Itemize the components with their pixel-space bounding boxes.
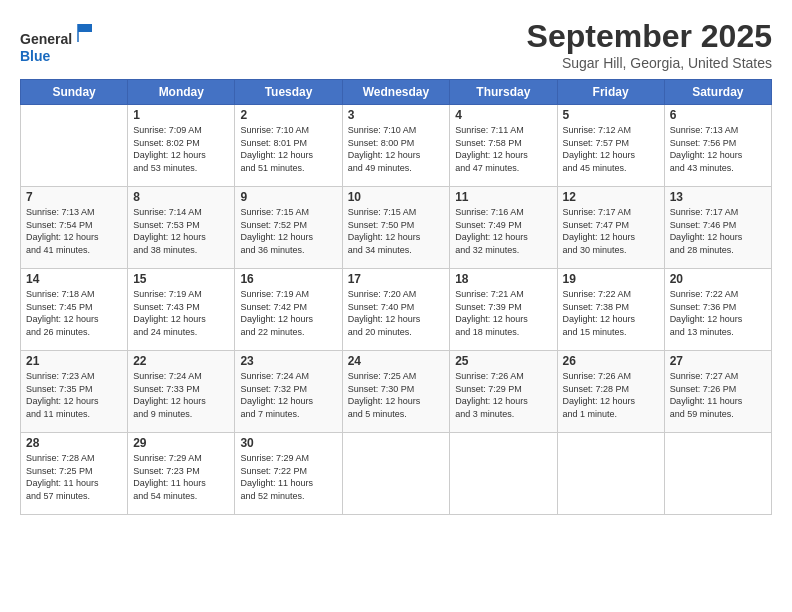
cell-content: Sunrise: 7:15 AM Sunset: 7:50 PM Dayligh… [348,206,445,256]
cell-content: Sunrise: 7:14 AM Sunset: 7:53 PM Dayligh… [133,206,229,256]
cell-content: Sunrise: 7:26 AM Sunset: 7:29 PM Dayligh… [455,370,551,420]
logo-blue: Blue [20,48,50,64]
day-number: 23 [240,354,336,368]
svg-marker-0 [78,24,92,42]
day-number: 1 [133,108,229,122]
calendar-cell: 26Sunrise: 7:26 AM Sunset: 7:28 PM Dayli… [557,351,664,433]
cell-content: Sunrise: 7:28 AM Sunset: 7:25 PM Dayligh… [26,452,122,502]
day-number: 20 [670,272,766,286]
day-number: 6 [670,108,766,122]
cell-content: Sunrise: 7:26 AM Sunset: 7:28 PM Dayligh… [563,370,659,420]
calendar-cell: 1Sunrise: 7:09 AM Sunset: 8:02 PM Daylig… [128,105,235,187]
day-number: 5 [563,108,659,122]
calendar-cell: 16Sunrise: 7:19 AM Sunset: 7:42 PM Dayli… [235,269,342,351]
day-number: 28 [26,436,122,450]
day-number: 17 [348,272,445,286]
calendar-week-5: 28Sunrise: 7:28 AM Sunset: 7:25 PM Dayli… [21,433,772,515]
day-number: 8 [133,190,229,204]
calendar-page: General Blue September 2025 Sugar Hill, … [0,0,792,612]
day-number: 26 [563,354,659,368]
day-number: 16 [240,272,336,286]
day-number: 19 [563,272,659,286]
calendar-cell: 25Sunrise: 7:26 AM Sunset: 7:29 PM Dayli… [450,351,557,433]
col-thursday: Thursday [450,80,557,105]
cell-content: Sunrise: 7:20 AM Sunset: 7:40 PM Dayligh… [348,288,445,338]
calendar-week-3: 14Sunrise: 7:18 AM Sunset: 7:45 PM Dayli… [21,269,772,351]
day-number: 29 [133,436,229,450]
calendar-cell: 29Sunrise: 7:29 AM Sunset: 7:23 PM Dayli… [128,433,235,515]
day-number: 30 [240,436,336,450]
calendar-cell: 12Sunrise: 7:17 AM Sunset: 7:47 PM Dayli… [557,187,664,269]
day-number: 27 [670,354,766,368]
day-number: 24 [348,354,445,368]
calendar-cell: 10Sunrise: 7:15 AM Sunset: 7:50 PM Dayli… [342,187,450,269]
calendar-cell: 3Sunrise: 7:10 AM Sunset: 8:00 PM Daylig… [342,105,450,187]
calendar-cell: 7Sunrise: 7:13 AM Sunset: 7:54 PM Daylig… [21,187,128,269]
day-number: 7 [26,190,122,204]
calendar-cell [21,105,128,187]
calendar-week-4: 21Sunrise: 7:23 AM Sunset: 7:35 PM Dayli… [21,351,772,433]
cell-content: Sunrise: 7:21 AM Sunset: 7:39 PM Dayligh… [455,288,551,338]
day-number: 4 [455,108,551,122]
cell-content: Sunrise: 7:25 AM Sunset: 7:30 PM Dayligh… [348,370,445,420]
cell-content: Sunrise: 7:18 AM Sunset: 7:45 PM Dayligh… [26,288,122,338]
calendar-cell: 30Sunrise: 7:29 AM Sunset: 7:22 PM Dayli… [235,433,342,515]
cell-content: Sunrise: 7:17 AM Sunset: 7:47 PM Dayligh… [563,206,659,256]
calendar-cell: 6Sunrise: 7:13 AM Sunset: 7:56 PM Daylig… [664,105,771,187]
day-number: 3 [348,108,445,122]
day-number: 12 [563,190,659,204]
cell-content: Sunrise: 7:19 AM Sunset: 7:43 PM Dayligh… [133,288,229,338]
cell-content: Sunrise: 7:22 AM Sunset: 7:38 PM Dayligh… [563,288,659,338]
day-number: 10 [348,190,445,204]
calendar-cell: 15Sunrise: 7:19 AM Sunset: 7:43 PM Dayli… [128,269,235,351]
day-number: 14 [26,272,122,286]
col-friday: Friday [557,80,664,105]
title-block: September 2025 Sugar Hill, Georgia, Unit… [527,18,772,71]
calendar-cell: 19Sunrise: 7:22 AM Sunset: 7:38 PM Dayli… [557,269,664,351]
calendar-cell [450,433,557,515]
day-number: 22 [133,354,229,368]
col-sunday: Sunday [21,80,128,105]
logo-flag-icon [74,22,96,44]
calendar-cell: 13Sunrise: 7:17 AM Sunset: 7:46 PM Dayli… [664,187,771,269]
calendar-cell: 24Sunrise: 7:25 AM Sunset: 7:30 PM Dayli… [342,351,450,433]
calendar-cell: 4Sunrise: 7:11 AM Sunset: 7:58 PM Daylig… [450,105,557,187]
cell-content: Sunrise: 7:27 AM Sunset: 7:26 PM Dayligh… [670,370,766,420]
col-saturday: Saturday [664,80,771,105]
calendar-cell: 11Sunrise: 7:16 AM Sunset: 7:49 PM Dayli… [450,187,557,269]
calendar-cell: 21Sunrise: 7:23 AM Sunset: 7:35 PM Dayli… [21,351,128,433]
day-number: 9 [240,190,336,204]
col-tuesday: Tuesday [235,80,342,105]
calendar-cell: 8Sunrise: 7:14 AM Sunset: 7:53 PM Daylig… [128,187,235,269]
day-number: 15 [133,272,229,286]
calendar-cell [342,433,450,515]
calendar-cell: 27Sunrise: 7:27 AM Sunset: 7:26 PM Dayli… [664,351,771,433]
calendar-header-row: Sunday Monday Tuesday Wednesday Thursday… [21,80,772,105]
calendar-cell: 17Sunrise: 7:20 AM Sunset: 7:40 PM Dayli… [342,269,450,351]
cell-content: Sunrise: 7:11 AM Sunset: 7:58 PM Dayligh… [455,124,551,174]
cell-content: Sunrise: 7:10 AM Sunset: 8:01 PM Dayligh… [240,124,336,174]
calendar-cell: 22Sunrise: 7:24 AM Sunset: 7:33 PM Dayli… [128,351,235,433]
logo-general: General [20,31,72,47]
col-wednesday: Wednesday [342,80,450,105]
calendar-cell [557,433,664,515]
calendar-cell: 28Sunrise: 7:28 AM Sunset: 7:25 PM Dayli… [21,433,128,515]
day-number: 13 [670,190,766,204]
cell-content: Sunrise: 7:09 AM Sunset: 8:02 PM Dayligh… [133,124,229,174]
calendar-cell: 2Sunrise: 7:10 AM Sunset: 8:01 PM Daylig… [235,105,342,187]
cell-content: Sunrise: 7:24 AM Sunset: 7:32 PM Dayligh… [240,370,336,420]
cell-content: Sunrise: 7:16 AM Sunset: 7:49 PM Dayligh… [455,206,551,256]
calendar-week-2: 7Sunrise: 7:13 AM Sunset: 7:54 PM Daylig… [21,187,772,269]
calendar-cell: 5Sunrise: 7:12 AM Sunset: 7:57 PM Daylig… [557,105,664,187]
location-subtitle: Sugar Hill, Georgia, United States [527,55,772,71]
cell-content: Sunrise: 7:19 AM Sunset: 7:42 PM Dayligh… [240,288,336,338]
cell-content: Sunrise: 7:22 AM Sunset: 7:36 PM Dayligh… [670,288,766,338]
day-number: 11 [455,190,551,204]
calendar-cell: 14Sunrise: 7:18 AM Sunset: 7:45 PM Dayli… [21,269,128,351]
calendar-cell: 23Sunrise: 7:24 AM Sunset: 7:32 PM Dayli… [235,351,342,433]
calendar-cell: 9Sunrise: 7:15 AM Sunset: 7:52 PM Daylig… [235,187,342,269]
cell-content: Sunrise: 7:29 AM Sunset: 7:23 PM Dayligh… [133,452,229,502]
calendar-week-1: 1Sunrise: 7:09 AM Sunset: 8:02 PM Daylig… [21,105,772,187]
col-monday: Monday [128,80,235,105]
logo-text-block: General Blue [20,22,96,65]
